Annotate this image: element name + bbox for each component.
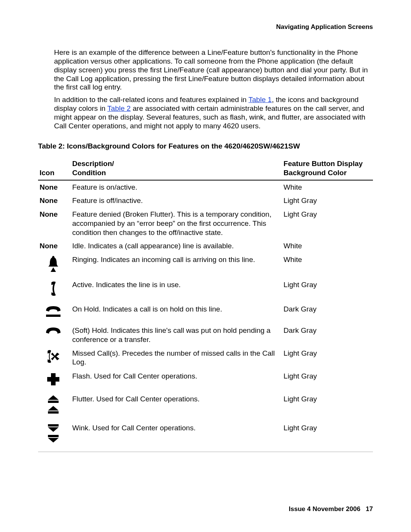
- cell-icon: None: [38, 194, 71, 208]
- footer-issue: Issue 4 November 2006: [289, 505, 360, 513]
- cell-icon: [38, 369, 71, 392]
- feature-table: Icon Description/ Condition Feature Butt…: [38, 158, 373, 450]
- missed-call-icon: [46, 349, 61, 364]
- cell-icon: [38, 347, 71, 369]
- table-row: On Hold. Indicates a call is on hold on …: [38, 302, 373, 324]
- cell-description: (Soft) Hold. Indicates this line's call …: [71, 324, 282, 347]
- cell-bgcolor: White: [282, 239, 373, 253]
- cell-bgcolor: White: [282, 180, 373, 194]
- cell-description: Feature is off/inactive.: [71, 194, 282, 208]
- svg-rect-3: [48, 424, 59, 427]
- table-header-row: Icon Description/ Condition Feature Butt…: [38, 158, 373, 180]
- cell-bgcolor: Light Gray: [282, 392, 373, 421]
- table-caption-text: Icons/Background Colors for Features on …: [65, 142, 300, 150]
- cell-bgcolor: Dark Gray: [282, 302, 373, 324]
- cell-icon: None: [38, 239, 71, 253]
- cell-icon: [38, 324, 71, 347]
- hold-icon: [45, 305, 62, 318]
- cell-bgcolor: Light Gray: [282, 421, 373, 450]
- wink-icon: [46, 423, 61, 445]
- svg-rect-1: [48, 401, 59, 403]
- table-row: NoneFeature is on/active.White: [38, 180, 373, 194]
- table-row: (Soft) Hold. Indicates this line's call …: [38, 324, 373, 347]
- th-description-l1: Description/: [72, 160, 114, 168]
- svg-rect-2: [48, 411, 59, 414]
- cell-icon: [38, 421, 71, 450]
- cell-description: Ringing. Indicates an incoming call is a…: [71, 253, 282, 278]
- cell-bgcolor: White: [282, 253, 373, 278]
- table-row: Ringing. Indicates an incoming call is a…: [38, 253, 373, 278]
- cell-description: Wink. Used for Call Center operations.: [71, 421, 282, 450]
- cell-description: Flutter. Used for Call Center operations…: [71, 392, 282, 421]
- th-bgcolor-l1: Feature Button Display: [284, 160, 363, 168]
- cell-icon: [38, 278, 71, 302]
- cell-icon: [38, 253, 71, 278]
- cell-icon: [38, 302, 71, 324]
- p2-text-pre: In addition to the call-related icons an…: [54, 96, 249, 104]
- th-description: Description/ Condition: [71, 158, 282, 180]
- th-description-l2: Condition: [72, 169, 106, 177]
- cell-description: Feature is on/active.: [71, 180, 282, 194]
- th-icon: Icon: [38, 158, 71, 180]
- table-row: Wink. Used for Call Center operations.Li…: [38, 421, 373, 450]
- table-row: Active. Indicates the line is in use.Lig…: [38, 278, 373, 302]
- soft-hold-icon: [45, 326, 62, 335]
- table-row: Flutter. Used for Call Center operations…: [38, 392, 373, 421]
- cell-description: Idle. Indicates a (call appearance) line…: [71, 239, 282, 253]
- cell-description: Flash. Used for Call Center operations.: [71, 369, 282, 392]
- cell-icon: None: [38, 208, 71, 239]
- th-bgcolor-l2: Background Color: [284, 169, 347, 177]
- table-row: NoneIdle. Indicates a (call appearance) …: [38, 239, 373, 253]
- cell-description: Missed Call(s). Precedes the number of m…: [71, 347, 282, 369]
- table-row: Flash. Used for Call Center operations.L…: [38, 369, 373, 392]
- table-caption: Table 2: Icons/Background Colors for Fea…: [38, 142, 373, 151]
- flutter-icon: [46, 395, 61, 416]
- flash-icon: [46, 372, 61, 387]
- page-header: Navigating Application Screens: [38, 23, 373, 31]
- cell-bgcolor: Dark Gray: [282, 324, 373, 347]
- handset-icon: [49, 280, 58, 297]
- table-row: NoneFeature is off/inactive.Light Gray: [38, 194, 373, 208]
- cell-description: On Hold. Indicates a call is on hold on …: [71, 302, 282, 324]
- link-table-1[interactable]: Table 1: [249, 96, 272, 104]
- footer-page: 17: [366, 505, 373, 513]
- cell-bgcolor: Light Gray: [282, 194, 373, 208]
- page-footer: Issue 4 November 2006 17: [289, 505, 373, 513]
- cell-bgcolor: Light Gray: [282, 208, 373, 239]
- th-bgcolor: Feature Button Display Background Color: [282, 158, 373, 180]
- table-row: NoneFeature denied (Broken Flutter). Thi…: [38, 208, 373, 239]
- cell-description: Feature denied (Broken Flutter). This is…: [71, 208, 282, 239]
- table-caption-prefix: Table 2:: [38, 142, 65, 150]
- svg-rect-4: [48, 435, 59, 437]
- cell-icon: None: [38, 180, 71, 194]
- link-table-2[interactable]: Table 2: [107, 104, 131, 112]
- cell-bgcolor: Light Gray: [282, 347, 373, 369]
- cell-description: Active. Indicates the line is in use.: [71, 278, 282, 302]
- intro-paragraph-2: In addition to the call-related icons an…: [54, 96, 373, 130]
- table-bottom-rule: [38, 452, 373, 452]
- intro-paragraph-1: Here is an example of the difference bet…: [54, 48, 373, 92]
- cell-icon: [38, 392, 71, 421]
- cell-bgcolor: Light Gray: [282, 369, 373, 392]
- cell-bgcolor: Light Gray: [282, 278, 373, 302]
- page: Navigating Application Screens Here is a…: [0, 0, 411, 532]
- svg-rect-0: [46, 315, 61, 317]
- bell-icon: [48, 255, 59, 273]
- table-row: Missed Call(s). Precedes the number of m…: [38, 347, 373, 369]
